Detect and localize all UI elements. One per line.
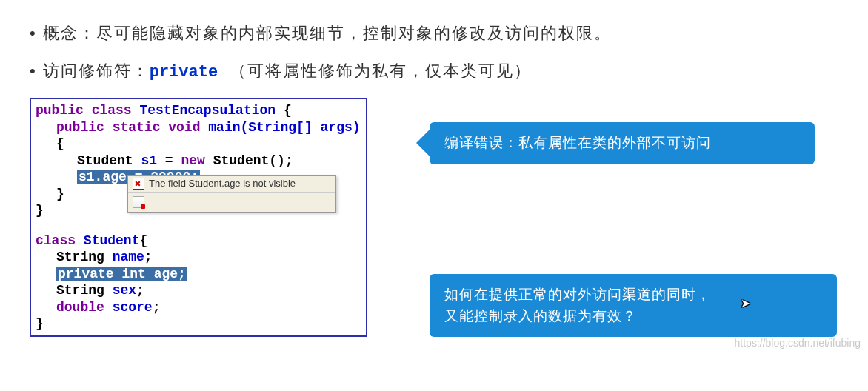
callout-question-l2: 又能控制录入的数据为有效？ <box>444 308 637 324</box>
code-line-12: } <box>36 315 361 332</box>
bullet-2-text: 访问修饰符：private （可将属性修饰为私有，仅本类可见） <box>43 59 533 84</box>
tooltip-error-row: The field Student.age is not visible <box>128 176 335 193</box>
code-line-3: Student s1 = new Student(); <box>36 153 361 170</box>
callout-error-text: 编译错误：私有属性在类的外部不可访问 <box>444 135 711 150</box>
code-line-8: String name; <box>36 249 361 266</box>
tooltip-fix-row <box>128 193 335 212</box>
private-keyword: private <box>150 63 218 81</box>
code-line-7: class Student{ <box>36 233 361 250</box>
code-line-9: private int age; <box>36 266 361 283</box>
cursor-icon: ➤ <box>741 295 751 313</box>
bullet-dot-icon: • <box>30 60 36 83</box>
code-line-2: public static void main(String[] args) { <box>36 119 361 153</box>
code-line-11: double score; <box>36 299 361 316</box>
code-blank <box>36 219 361 233</box>
bullet-1-text: 概念：尽可能隐藏对象的内部实现细节，控制对象的修改及访问的权限。 <box>43 21 612 45</box>
error-tooltip: The field Student.age is not visible <box>127 175 336 213</box>
bullet-1: • 概念：尽可能隐藏对象的内部实现细节，控制对象的修改及访问的权限。 <box>30 21 838 45</box>
callout-question: 如何在提供正常的对外访问渠道的同时， 又能控制录入的数据为有效？ ➤ <box>430 274 837 337</box>
quickfix-icon <box>133 196 144 208</box>
bullet-dot-icon: • <box>30 22 36 45</box>
code-line-1: public class TestEncapsulation { <box>36 102 361 119</box>
bullet-2: • 访问修饰符：private （可将属性修饰为私有，仅本类可见） <box>30 59 838 84</box>
watermark: https://blog.csdn.net/ifubing <box>735 337 861 349</box>
code-line-10: String sex; <box>36 282 361 299</box>
tooltip-message: The field Student.age is not visible <box>149 178 296 190</box>
callout-error: 编译错误：私有属性在类的外部不可访问 <box>430 122 815 164</box>
error-icon <box>133 178 144 190</box>
code-block: public class TestEncapsulation { public … <box>30 98 367 337</box>
callout-question-l1: 如何在提供正常的对外访问渠道的同时， <box>444 287 711 302</box>
